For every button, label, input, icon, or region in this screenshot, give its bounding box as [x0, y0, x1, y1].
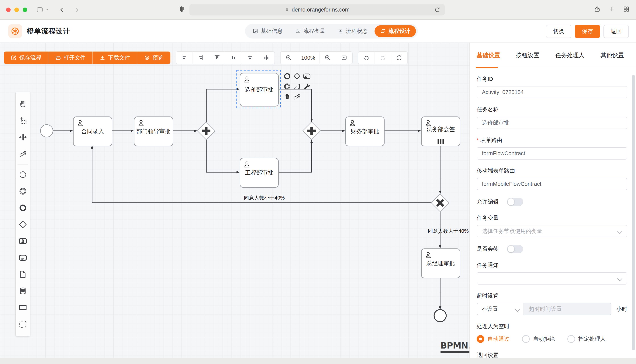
parallel-gateway-1[interactable] — [197, 122, 215, 140]
parallel-gateway-2[interactable] — [303, 122, 320, 140]
close-window-button[interactable] — [6, 8, 11, 12]
tab-flow-variables[interactable]: 流程变量 — [289, 25, 331, 37]
reload-icon[interactable] — [434, 6, 441, 13]
zoom-window-button[interactable] — [23, 8, 27, 12]
timeout-mode-select[interactable]: 不设置 — [477, 303, 524, 315]
append-text-annotation-icon[interactable] — [293, 82, 301, 90]
create-intermediate-event-icon[interactable] — [16, 183, 30, 200]
element-palette — [16, 92, 30, 336]
address-bar[interactable]: demo.orangeforms.com — [189, 4, 445, 16]
sidebar-toggle-icon[interactable] — [36, 6, 43, 13]
form-route-input[interactable] — [477, 147, 627, 160]
task-general-manager[interactable]: 总经理审批 — [421, 248, 460, 278]
tab-button-settings[interactable]: 按钮设置 — [516, 51, 539, 59]
download-file-button[interactable]: 下载文件 — [93, 52, 137, 64]
task-legal-dept-countersign[interactable]: 法务部会签 — [421, 116, 460, 146]
bpmn-io-watermark[interactable]: BPMN.iO — [441, 340, 470, 353]
tab-other-settings[interactable]: 其他设置 — [600, 51, 624, 59]
end-event[interactable] — [434, 310, 446, 322]
share-icon[interactable] — [594, 6, 600, 12]
align-center-horizontal-icon[interactable] — [242, 52, 258, 64]
radio-auto-pass[interactable]: 自动通过 — [477, 335, 510, 343]
create-gateway-icon[interactable] — [16, 216, 30, 233]
connect-tool-icon[interactable] — [293, 92, 301, 101]
tab-basic-settings[interactable]: 基础设置 — [477, 51, 500, 59]
tab-basic-info[interactable]: 基础信息 — [247, 25, 288, 37]
preview-button[interactable]: 预览 — [137, 52, 170, 64]
forward-icon[interactable] — [74, 6, 80, 13]
exclusive-gateway[interactable] — [431, 194, 449, 212]
save-flow-button[interactable]: 保存流程 — [4, 52, 48, 64]
align-top-icon[interactable] — [209, 52, 225, 64]
redo-icon[interactable] — [375, 52, 391, 64]
edge-gateway1-to-cost[interactable] — [206, 89, 239, 122]
tab-task-assignee[interactable]: 任务处理人 — [555, 51, 585, 59]
append-gateway-icon[interactable] — [293, 72, 301, 80]
append-task-icon[interactable] — [303, 72, 311, 80]
tab-overview-icon[interactable] — [623, 6, 629, 12]
lasso-tool-icon[interactable] — [16, 112, 30, 129]
fit-viewport-icon[interactable] — [336, 52, 352, 64]
panel-scrollbar[interactable] — [632, 75, 635, 350]
task-engineering-dept[interactable]: 工程部审批 — [240, 158, 279, 188]
timeout-unit-label: 小时 — [616, 305, 627, 313]
edge-label-lt40[interactable]: 同意人数小于40% — [244, 194, 285, 201]
privacy-shield-icon[interactable] — [179, 6, 185, 13]
radio-assign-handler[interactable]: 指定处理人 — [567, 335, 606, 343]
sidebar-chevron-icon[interactable] — [45, 8, 49, 12]
append-end-event-icon[interactable] — [283, 72, 291, 80]
create-data-store-icon[interactable] — [16, 283, 30, 299]
task-variable-select[interactable] — [477, 225, 627, 237]
timeout-value-input[interactable]: 超时时间设置 — [524, 303, 611, 315]
tab-flow-status[interactable]: 流程状态 — [332, 25, 373, 37]
zoom-level-display[interactable]: 100% — [297, 52, 320, 64]
tab-flow-design[interactable]: 流程设计 — [374, 25, 416, 37]
edge-gateway1-to-engineering[interactable] — [206, 140, 239, 172]
create-user-task-icon[interactable] — [16, 233, 30, 250]
align-bottom-icon[interactable] — [225, 52, 242, 64]
radio-auto-reject[interactable]: 自动拒绝 — [522, 335, 555, 343]
create-group-icon[interactable] — [16, 316, 30, 332]
save-button[interactable]: 保存 — [575, 25, 600, 38]
task-notify-select[interactable] — [477, 272, 627, 284]
bpmn-canvas[interactable]: 合同录入 部门领导审批 造价部审批 工程部审批 财务部审批 法务部会签 — [0, 43, 470, 358]
hand-tool-icon[interactable] — [16, 96, 30, 112]
global-connect-tool-icon[interactable] — [16, 146, 30, 162]
create-subprocess-icon[interactable] — [16, 250, 30, 266]
back-icon[interactable] — [59, 6, 65, 13]
task-cost-dept-selected[interactable]: 造价部审批 — [240, 73, 279, 106]
task-finance-dept[interactable]: 财务部审批 — [345, 116, 384, 146]
allow-edit-toggle[interactable] — [507, 198, 523, 206]
new-tab-icon[interactable] — [609, 6, 615, 12]
mobile-form-route-input[interactable] — [477, 178, 627, 190]
edge-engineering-to-gateway2[interactable] — [278, 140, 312, 172]
minimize-window-button[interactable] — [14, 8, 19, 12]
align-right-icon[interactable] — [192, 52, 209, 64]
align-center-vertical-icon[interactable] — [258, 52, 275, 64]
create-participant-icon[interactable] — [16, 299, 30, 316]
align-left-icon[interactable] — [176, 52, 192, 64]
task-contract-entry[interactable]: 合同录入 — [73, 116, 112, 146]
start-event[interactable] — [41, 124, 53, 137]
task-dept-leader[interactable]: 部门领导审批 — [134, 116, 173, 146]
create-end-event-icon[interactable] — [16, 200, 30, 216]
back-button[interactable]: 返回 — [603, 25, 629, 38]
countersign-toggle[interactable] — [507, 245, 523, 253]
append-intermediate-event-icon[interactable] — [283, 82, 291, 90]
user-task-icon — [348, 119, 357, 127]
space-tool-icon[interactable] — [16, 129, 30, 146]
create-data-object-icon[interactable] — [16, 266, 30, 283]
delete-trash-icon[interactable] — [283, 92, 291, 101]
browser-chrome: demo.orangeforms.com — [0, 0, 636, 20]
open-file-button[interactable]: 打开文件 — [48, 52, 93, 64]
task-name-input[interactable] — [477, 117, 627, 129]
zoom-in-icon[interactable] — [320, 52, 336, 64]
create-start-event-icon[interactable] — [16, 166, 30, 183]
edge-label-gt40[interactable]: 同意人数大于40% — [428, 228, 469, 234]
zoom-out-icon[interactable] — [281, 52, 297, 64]
change-type-wrench-icon[interactable] — [303, 82, 311, 90]
reset-icon[interactable] — [391, 52, 407, 64]
switch-button[interactable]: 切换 — [546, 25, 571, 38]
task-id-input[interactable] — [477, 86, 627, 98]
undo-icon[interactable] — [358, 52, 375, 64]
